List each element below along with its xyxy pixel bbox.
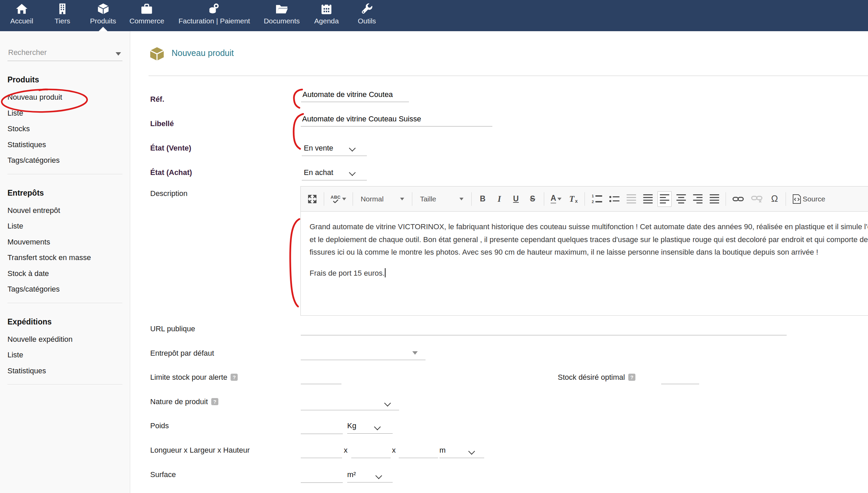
- poids-unit-select[interactable]: Kg: [347, 421, 356, 430]
- align-justify-icon[interactable]: [707, 191, 722, 207]
- sidebar-divider: [7, 303, 122, 303]
- chevron-down-icon[interactable]: [349, 169, 356, 176]
- sidebar-item-nouvel-entrepot[interactable]: Nouvel entrepôt: [7, 203, 122, 219]
- editor-toolbar: ABC Normal Taille B I U S A: [301, 186, 868, 212]
- dimensions-separator: x: [392, 446, 396, 455]
- font-size-dropdown[interactable]: Taille: [416, 191, 467, 207]
- sidebar-search: [7, 47, 122, 61]
- sidebar-item-stocks[interactable]: Stocks: [7, 121, 122, 137]
- sidebar-divider: [7, 384, 122, 384]
- text-color-icon[interactable]: A: [548, 191, 564, 207]
- menu-facturation[interactable]: Facturation | Paiement: [179, 3, 250, 25]
- bold-icon[interactable]: B: [476, 191, 490, 207]
- menu-tiers[interactable]: Tiers: [55, 3, 70, 25]
- chevron-down-icon[interactable]: [374, 423, 381, 430]
- etat-achat-label: État (Achat): [150, 168, 192, 177]
- bullet-list-icon[interactable]: [607, 191, 622, 207]
- underline-icon[interactable]: U: [509, 191, 523, 207]
- special-char-icon[interactable]: Ω: [767, 191, 782, 207]
- align-right-icon[interactable]: [691, 191, 705, 207]
- description-editor: ABC Normal Taille B I U S A: [300, 186, 868, 316]
- help-tooltip-icon[interactable]: ?: [231, 374, 238, 381]
- remove-format-icon[interactable]: T x: [566, 191, 580, 207]
- limite-stock-label: Limite stock pour alerte?: [150, 373, 238, 382]
- select-caret-icon[interactable]: [412, 351, 418, 355]
- menu-documents[interactable]: Documents: [264, 3, 300, 25]
- etat-achat-select[interactable]: En achat: [304, 168, 333, 177]
- help-tooltip-icon[interactable]: ?: [211, 398, 218, 405]
- menu-commerce[interactable]: Commerce: [130, 3, 164, 25]
- surface-input[interactable]: [301, 471, 343, 483]
- hauteur-input[interactable]: [399, 458, 438, 458]
- sidebar-item-liste-expeditions[interactable]: Liste: [7, 347, 122, 363]
- nature-select[interactable]: [301, 410, 399, 410]
- align-left-icon[interactable]: [657, 191, 672, 207]
- chevron-down-icon[interactable]: [349, 145, 356, 152]
- menu-agenda[interactable]: Agenda: [314, 3, 339, 25]
- stock-desire-input[interactable]: [661, 372, 699, 384]
- help-tooltip-icon[interactable]: ?: [628, 374, 635, 381]
- sidebar-item-liste-produits[interactable]: Liste: [7, 105, 122, 121]
- description-textarea[interactable]: Grand automate de vitrine VICTORINOX, le…: [301, 212, 868, 279]
- paragraph-format-dropdown[interactable]: Normal: [357, 191, 408, 207]
- sidebar-section-entrepots: Entrepôts Nouvel entrepôt Liste Mouvemen…: [0, 188, 130, 297]
- menu-accueil[interactable]: Accueil: [10, 3, 33, 25]
- italic-icon[interactable]: I: [492, 191, 507, 207]
- libelle-input[interactable]: [301, 115, 492, 126]
- nature-label: Nature de produit?: [150, 397, 218, 406]
- left-sidebar: Produits Nouveau produit Liste Stocks St…: [0, 31, 130, 493]
- ref-input[interactable]: [301, 90, 409, 102]
- source-button[interactable]: Source: [790, 191, 828, 207]
- maximize-icon[interactable]: [305, 191, 320, 207]
- dimensions-unit-select[interactable]: m: [439, 446, 446, 455]
- strikethrough-icon[interactable]: S: [526, 191, 540, 207]
- chevron-down-icon[interactable]: [384, 400, 391, 407]
- description-label: Description: [150, 189, 188, 198]
- url-publique-input[interactable]: [301, 323, 787, 335]
- link-icon[interactable]: [730, 191, 746, 207]
- spellcheck-icon[interactable]: ABC: [328, 191, 349, 207]
- wrench-icon: [358, 3, 376, 16]
- building-icon: [55, 3, 70, 16]
- limite-stock-input[interactable]: [301, 372, 341, 384]
- sidebar-heading-entrepots: Entrepôts: [7, 188, 122, 198]
- sidebar-item-tags-categories-entrepots[interactable]: Tags/catégories: [7, 281, 122, 297]
- ordered-list-icon[interactable]: 1 2: [589, 191, 605, 207]
- align-center-icon[interactable]: [674, 191, 688, 207]
- etat-vente-select[interactable]: En vente: [304, 144, 333, 153]
- sidebar-item-stock-a-date[interactable]: Stock à date: [7, 266, 122, 282]
- chevron-down-icon[interactable]: [375, 472, 382, 479]
- menu-produits[interactable]: Produits: [90, 3, 116, 25]
- active-tab-pointer: [99, 27, 107, 31]
- main-content: Nouveau produit Réf. Libellé État (Vente…: [130, 31, 868, 493]
- sidebar-item-nouvelle-expedition[interactable]: Nouvelle expédition: [7, 332, 122, 348]
- surface-label: Surface: [150, 470, 176, 479]
- sidebar-section-expeditions: Expéditions Nouvelle expédition Liste St…: [0, 317, 130, 379]
- top-menubar: Accueil Tiers Produits Commerce: [0, 0, 868, 31]
- search-dropdown-caret-icon[interactable]: [116, 52, 121, 56]
- entrepot-label: Entrepôt par défaut: [150, 349, 214, 358]
- sidebar-divider: [7, 174, 122, 174]
- sidebar-heading-produits: Produits: [7, 75, 122, 85]
- sidebar-item-nouveau-produit[interactable]: Nouveau produit: [7, 90, 122, 105]
- chevron-down-icon[interactable]: [468, 448, 475, 455]
- folder-icon: [264, 3, 300, 16]
- search-input[interactable]: [7, 47, 122, 58]
- sidebar-heading-expeditions: Expéditions: [7, 317, 122, 327]
- sidebar-item-statistiques-expeditions[interactable]: Statistiques: [7, 363, 122, 379]
- coins-icon: [179, 3, 250, 16]
- sidebar-item-liste-entrepots[interactable]: Liste: [7, 218, 122, 234]
- sidebar-item-mouvements[interactable]: Mouvements: [7, 234, 122, 250]
- sidebar-item-statistiques-produits[interactable]: Statistiques: [7, 137, 122, 153]
- menu-outils[interactable]: Outils: [358, 3, 376, 25]
- largeur-input[interactable]: [351, 458, 391, 458]
- longueur-input[interactable]: [301, 458, 342, 458]
- caret-down-icon: [342, 198, 346, 200]
- sidebar-item-transfert-stock[interactable]: Transfert stock en masse: [7, 250, 122, 266]
- sidebar-item-tags-categories-produits[interactable]: Tags/catégories: [7, 153, 122, 169]
- entrepot-select[interactable]: [301, 360, 426, 360]
- indent-icon[interactable]: [641, 191, 655, 207]
- caret-down-icon: [400, 198, 404, 200]
- poids-input[interactable]: [301, 422, 343, 434]
- surface-unit-select[interactable]: m²: [347, 470, 356, 479]
